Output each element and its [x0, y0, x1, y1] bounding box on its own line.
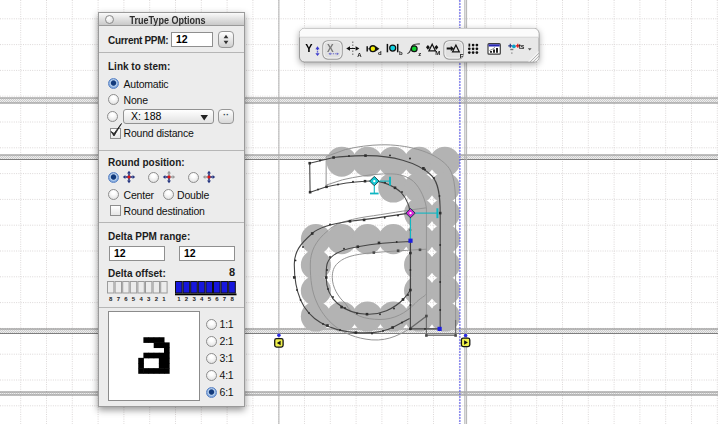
svg-text:X: X [327, 43, 334, 54]
svg-text:F: F [460, 53, 464, 59]
svg-text:M: M [435, 50, 440, 56]
svg-text:2: 2 [155, 296, 159, 302]
svg-text:6: 6 [124, 296, 128, 302]
svg-text:6: 6 [215, 296, 219, 302]
svg-text:A: A [357, 52, 362, 58]
svg-text:4: 4 [200, 296, 204, 302]
svg-text:ts: ts [519, 43, 525, 50]
svg-text:2: 2 [185, 296, 189, 302]
svg-text:3: 3 [147, 296, 151, 302]
svg-text:4: 4 [139, 296, 143, 302]
svg-text:8: 8 [109, 296, 113, 302]
svg-text:8: 8 [230, 296, 234, 302]
svg-text:1: 1 [177, 296, 181, 302]
svg-text:1: 1 [162, 296, 166, 302]
svg-text:d: d [378, 50, 382, 56]
svg-text:z: z [418, 51, 421, 57]
svg-text:Y: Y [305, 42, 313, 54]
svg-text:b: b [399, 50, 403, 56]
svg-text:5: 5 [132, 296, 136, 302]
svg-text:3: 3 [192, 296, 196, 302]
svg-text:5: 5 [208, 296, 212, 302]
svg-text:7: 7 [117, 296, 121, 302]
svg-text:7: 7 [223, 296, 227, 302]
